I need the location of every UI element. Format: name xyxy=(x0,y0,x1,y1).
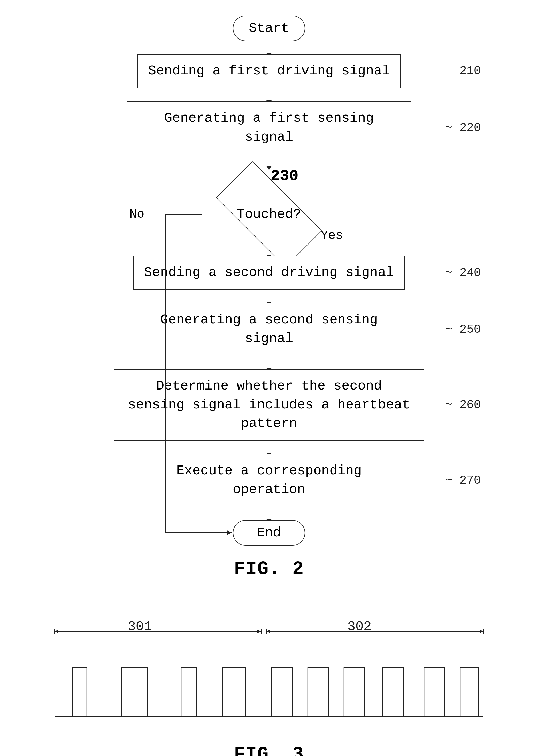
flowchart: Start Sending a first driving signal 210… xyxy=(36,16,502,546)
svg-marker-2 xyxy=(55,629,58,633)
svg-marker-8 xyxy=(266,629,270,633)
no-label: No xyxy=(130,207,144,221)
step240-row: Sending a second driving signal ~ 240 xyxy=(36,256,502,290)
step250-box: Generating a second sensing signal xyxy=(127,303,411,356)
fig2-container: Start Sending a first driving signal 210… xyxy=(36,16,502,600)
svg-text:301: 301 xyxy=(128,621,152,634)
diamond-text: Touched? xyxy=(237,207,301,222)
start-label: Start xyxy=(249,21,289,36)
label-220: ~ 220 xyxy=(445,121,481,135)
step240-box: Sending a second driving signal xyxy=(133,256,405,290)
arrow-4 xyxy=(269,243,269,256)
svg-marker-9 xyxy=(480,629,483,633)
step250-row: Generating a second sensing signal ~ 250 xyxy=(36,303,502,356)
step260-box: Determine whether the second sensing sig… xyxy=(114,369,424,441)
step260-row: Determine whether the second sensing sig… xyxy=(36,369,502,441)
fig3-container: 301 302 xyxy=(49,621,489,756)
step240-text: Sending a second driving signal xyxy=(144,265,394,280)
step210-box: Sending a first driving signal xyxy=(137,54,401,88)
label-210: 210 xyxy=(459,64,481,78)
step270-box: Execute a corresponding operation xyxy=(127,454,411,507)
start-row: Start xyxy=(36,16,502,41)
arrow-2 xyxy=(269,88,269,101)
step210-row: Sending a first driving signal 210 xyxy=(36,54,502,88)
fig2-label: FIG. 2 xyxy=(234,559,304,580)
label-250: ~ 250 xyxy=(445,323,481,336)
arrow-5 xyxy=(269,290,269,303)
waveform-svg: 301 302 xyxy=(49,621,489,729)
label-260: ~ 260 xyxy=(445,398,481,412)
label-230: 230 xyxy=(271,167,298,185)
diamond-wrapper: Touched? xyxy=(204,186,334,243)
yes-label: Yes xyxy=(321,229,343,243)
step270-text: Execute a corresponding operation xyxy=(176,463,362,497)
arrow-7 xyxy=(269,441,269,454)
waveform-area: 301 302 xyxy=(49,621,489,731)
fig3-label: FIG. 3 xyxy=(234,744,304,756)
end-terminal: End xyxy=(233,520,305,546)
step210-text: Sending a first driving signal xyxy=(148,63,390,79)
step220-row: Generating a first sensing signal ~ 220 xyxy=(36,101,502,155)
end-row: End xyxy=(36,520,502,546)
arrow-8 xyxy=(269,507,269,520)
arrow-3 xyxy=(269,154,269,167)
arrow-6 xyxy=(269,356,269,369)
start-terminal: Start xyxy=(233,16,305,41)
label-240: ~ 240 xyxy=(445,266,481,280)
step260-text: Determine whether the second sensing sig… xyxy=(128,378,410,431)
step220-text: Generating a first sensing signal xyxy=(164,111,374,145)
end-label: End xyxy=(257,525,281,540)
step270-row: Execute a corresponding operation ~ 270 xyxy=(36,454,502,507)
step230-section: 230 No Touched? Yes xyxy=(36,167,502,243)
arrow-1 xyxy=(269,41,269,54)
label-270: ~ 270 xyxy=(445,474,481,487)
diamond-row: No Touched? Yes xyxy=(36,186,502,243)
svg-marker-3 xyxy=(257,629,261,633)
step250-text: Generating a second sensing signal xyxy=(160,312,378,346)
svg-text:302: 302 xyxy=(347,621,372,634)
step220-box: Generating a first sensing signal xyxy=(127,101,411,155)
